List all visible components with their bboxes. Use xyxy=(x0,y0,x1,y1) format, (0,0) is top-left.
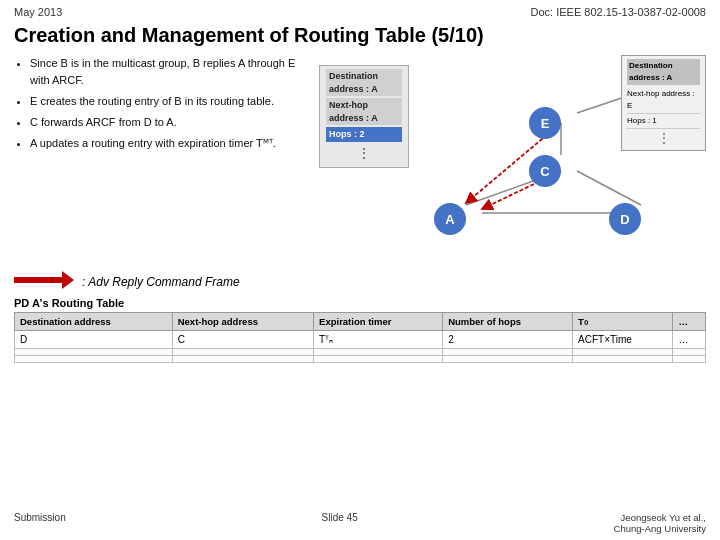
table-row xyxy=(15,356,706,363)
routing-card-row1: Next-hop address : E xyxy=(627,87,700,114)
table-cell: C xyxy=(172,331,313,349)
table-cell xyxy=(573,349,673,356)
routing-card: Destination address : A Next-hop address… xyxy=(621,55,706,151)
pd-title: PD A's Routing Table xyxy=(14,297,706,309)
table-cell xyxy=(673,349,706,356)
table-cell xyxy=(172,356,313,363)
routing-card-dots: ⋮ xyxy=(627,129,700,147)
header: May 2013 Doc: IEEE 802.15-13-0387-02-000… xyxy=(0,0,720,20)
table-cell xyxy=(314,349,443,356)
table-cell xyxy=(443,356,573,363)
table-cell: 2 xyxy=(443,331,573,349)
info-card-row3: Hops : 2 xyxy=(326,127,402,142)
table-header: Destination address xyxy=(15,313,173,331)
table-cell xyxy=(314,356,443,363)
table-header: T₀ xyxy=(573,313,673,331)
right-panel: Destination address : A Next-hop address… xyxy=(314,55,706,265)
routing-card-row2: Hops : 1 xyxy=(627,114,700,129)
footer-author: Jeongseok Yu et al., Chung-Ang Universit… xyxy=(614,512,706,534)
node-D: D xyxy=(609,203,641,235)
table-cell: ACFT×Time xyxy=(573,331,673,349)
footer: Submission Slide 45 Jeongseok Yu et al.,… xyxy=(0,512,720,534)
bullet-item: C forwards ARCF from D to A. xyxy=(30,114,304,131)
routing-table: Destination addressNext-hop addressExpir… xyxy=(14,312,706,363)
info-card-row2: Next-hop address : A xyxy=(326,98,402,125)
arrow-image xyxy=(14,271,74,293)
table-cell xyxy=(673,356,706,363)
table-cell: … xyxy=(673,331,706,349)
arrow-label: : Adv Reply Command Frame xyxy=(82,275,240,289)
table-header: Number of hops xyxy=(443,313,573,331)
node-E: E xyxy=(529,107,561,139)
table-cell xyxy=(573,356,673,363)
node-A: A xyxy=(434,203,466,235)
table-cell xyxy=(443,349,573,356)
table-header: … xyxy=(673,313,706,331)
table-row xyxy=(15,349,706,356)
bullet-item: Since B is in the multicast group, B rep… xyxy=(30,55,304,89)
table-header: Next-hop address xyxy=(172,313,313,331)
table-cell xyxy=(172,349,313,356)
table-cell: Tᵀₙ xyxy=(314,331,443,349)
info-card: Destination address : A Next-hop address… xyxy=(319,65,409,168)
footer-submission: Submission xyxy=(14,512,66,534)
info-card-row1: Destination address : A xyxy=(326,69,402,96)
svg-line-4 xyxy=(577,171,641,205)
table-row: DCTᵀₙ2ACFT×Time… xyxy=(15,331,706,349)
table-cell xyxy=(15,349,173,356)
page-title: Creation and Management of Routing Table… xyxy=(0,20,720,55)
table-cell xyxy=(15,356,173,363)
routing-card-title: Destination address : A xyxy=(627,59,700,85)
bullet-item: E creates the routing entry of B in its … xyxy=(30,93,304,110)
info-card-dots: ⋮ xyxy=(326,144,402,164)
table-header: Expiration timer xyxy=(314,313,443,331)
arrow-section: : Adv Reply Command Frame xyxy=(0,267,720,295)
svg-marker-8 xyxy=(14,271,74,289)
table-cell: D xyxy=(15,331,173,349)
bullet-item: A updates a routing entry with expiratio… xyxy=(30,135,304,152)
node-C: C xyxy=(529,155,561,187)
left-panel: Since B is in the multicast group, B rep… xyxy=(14,55,304,265)
footer-slide: Slide 45 xyxy=(322,512,358,534)
header-right: Doc: IEEE 802.15-13-0387-02-0008 xyxy=(530,6,706,18)
header-left: May 2013 xyxy=(14,6,62,18)
